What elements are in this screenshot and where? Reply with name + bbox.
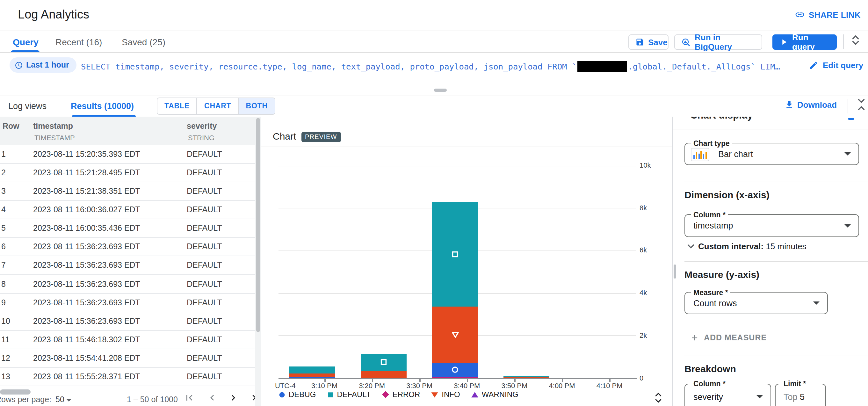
cell-severity: DEFAULT (187, 335, 222, 344)
table-row[interactable]: 32023-08-11 15:21:38.351 EDTDEFAULT (0, 182, 255, 201)
cell-timestamp: 2023-08-11 15:21:28.495 EDT (33, 168, 140, 177)
cell-timestamp: 2023-08-11 15:21:38.351 EDT (33, 187, 140, 196)
legend-item-info[interactable]: INFO (431, 390, 460, 399)
share-link-label: SHARE LINK (809, 10, 861, 20)
rows-per-page-label: Rows per page: (0, 395, 51, 404)
last-page-icon[interactable] (250, 392, 255, 403)
table-row[interactable]: 12023-08-11 15:20:35.393 EDTDEFAULT (0, 145, 255, 163)
tab-recent[interactable]: Recent (16) (56, 37, 102, 47)
column-header-severity[interactable]: severity (187, 121, 217, 130)
chart-scroll-control[interactable] (654, 391, 662, 404)
download-icon (784, 100, 794, 110)
dropdown-caret-icon (844, 224, 851, 227)
table-row[interactable]: 42023-08-11 16:00:36.027 EDTDEFAULT (0, 201, 255, 219)
table-row[interactable]: 82023-08-11 15:36:23.693 EDTDEFAULT (0, 275, 255, 293)
chart-display-panel: Chart display Chart type Bar chart Dimen… (672, 116, 868, 406)
table-row[interactable]: 92023-08-11 15:36:23.693 EDTDEFAULT (0, 293, 255, 312)
breakdown-limit-input[interactable]: Limit * Top 5 (775, 383, 826, 406)
download-button[interactable]: Download (784, 100, 837, 110)
page-range-label: 1 – 50 of 1000 (127, 395, 178, 404)
table-vertical-scrollbar[interactable] (255, 116, 261, 406)
breakdown-heading: Breakdown (684, 363, 736, 374)
cell-severity: DEFAULT (187, 280, 222, 288)
results-collapse-control[interactable] (857, 98, 865, 111)
panel-header-icon-fragment (848, 118, 854, 120)
view-toggle-both[interactable]: BOTH (238, 98, 274, 114)
cell-severity: DEFAULT (187, 224, 222, 232)
table-footer: Rows per page: 50 1 – 50 of 1000 (0, 386, 255, 406)
legend-item-debug[interactable]: DEBUG (279, 390, 316, 399)
previous-page-icon[interactable] (207, 392, 218, 403)
diamond-icon (382, 391, 390, 398)
share-link-button[interactable]: SHARE LINK (795, 9, 861, 20)
dimension-column-select[interactable]: Column * timestamp (684, 214, 859, 237)
tab-query[interactable]: Query (13, 37, 38, 47)
table-row[interactable]: 62023-08-11 15:36:23.693 EDTDEFAULT (0, 238, 255, 256)
legend-item-warning[interactable]: WARNING (471, 390, 519, 399)
view-toggle-table[interactable]: TABLE (157, 98, 196, 114)
query-section-resize-control[interactable] (851, 34, 860, 46)
table-row[interactable]: 102023-08-11 15:36:23.693 EDTDEFAULT (0, 312, 255, 331)
legend-item-error[interactable]: ERROR (382, 390, 420, 399)
run-query-button[interactable]: Run query (772, 34, 837, 50)
table-row[interactable]: 122023-08-11 15:54:41.208 EDTDEFAULT (0, 349, 255, 368)
chevron-up-icon (857, 104, 865, 111)
tab-results[interactable]: Results (10000) (71, 101, 134, 111)
tab-saved[interactable]: Saved (25) (122, 37, 165, 47)
breakdown-column-value: severity (693, 392, 723, 402)
resize-drag-handle[interactable] (434, 89, 447, 91)
breakdown-column-select[interactable]: Column * severity (684, 383, 771, 406)
row-number: 11 (1, 335, 9, 344)
cell-timestamp: 2023-08-11 15:36:23.693 EDT (33, 317, 140, 326)
bar-segment-error (432, 377, 478, 378)
sql-before: SELECT timestamp, severity, resource.typ… (81, 62, 577, 71)
column-header-timestamp[interactable]: timestamp (33, 121, 73, 130)
chevron-down-icon (687, 243, 694, 249)
row-number: 1 (1, 150, 6, 158)
scrollbar-thumb[interactable] (256, 118, 260, 332)
save-button[interactable]: Save (628, 34, 669, 50)
table-row[interactable]: 112023-08-11 15:46:18.302 EDTDEFAULT (0, 331, 255, 349)
sql-query-text[interactable]: SELECT timestamp, severity, resource.typ… (81, 61, 780, 72)
legend-item-default[interactable]: DEFAULT (327, 390, 371, 399)
first-page-icon[interactable] (184, 392, 195, 403)
chart-plot-area: UTC-4 02k4k6k8k10k3:10 PM3:20 PM3:30 PM3… (261, 146, 672, 391)
add-measure-button[interactable]: ADD MEASURE (690, 333, 767, 343)
run-in-bigquery-button[interactable]: Run in BigQuery (674, 34, 762, 50)
measure-select[interactable]: Measure * Count rows (684, 292, 828, 314)
rows-per-page-select[interactable]: 50 (56, 395, 64, 404)
table-row[interactable]: 132023-08-11 15:55:28.371 EDTDEFAULT (0, 368, 255, 386)
play-icon (779, 38, 788, 46)
bar-segment-debug (290, 377, 336, 378)
custom-interval-expander[interactable]: Custom interval: 15 minutes (687, 241, 806, 251)
chart-type-select[interactable]: Chart type Bar chart (684, 143, 859, 165)
toolbar-divider (847, 98, 848, 113)
table-row[interactable]: 52023-08-11 16:00:35.436 EDTDEFAULT (0, 219, 255, 238)
y-axis-label: 10k (640, 161, 651, 169)
dropdown-caret-icon[interactable] (66, 399, 71, 401)
x-axis-label: 4:10 PM (589, 381, 630, 389)
row-number: 13 (1, 373, 10, 381)
next-page-icon[interactable] (227, 392, 239, 403)
cell-timestamp: 2023-08-11 15:20:35.393 EDT (33, 150, 140, 158)
column-header-row[interactable]: Row (3, 121, 20, 130)
custom-interval-label: Custom interval: (698, 241, 764, 251)
link-icon (795, 9, 805, 20)
panel-scrollbar-thumb[interactable] (673, 264, 676, 278)
view-toggle-chart[interactable]: CHART (196, 98, 238, 114)
table-row[interactable]: 72023-08-11 15:36:23.693 EDTDEFAULT (0, 256, 255, 275)
preview-badge: PREVIEW (301, 132, 341, 142)
panel-title-clipped: Chart display (690, 116, 860, 121)
tab-log-views[interactable]: Log views (8, 101, 46, 111)
edit-query-button[interactable]: Edit query (809, 61, 863, 70)
bar-segment-default (503, 376, 549, 377)
time-range-chip[interactable]: Last 1 hour (9, 57, 77, 73)
cell-timestamp: 2023-08-11 16:00:35.436 EDT (33, 224, 140, 232)
row-number: 5 (1, 224, 6, 232)
chart-type-label: Chart type (691, 139, 732, 147)
horizontal-scrollbar-thumb[interactable] (0, 389, 31, 395)
gridline (279, 165, 636, 166)
dropdown-caret-icon (756, 395, 763, 398)
table-row[interactable]: 22023-08-11 15:21:28.495 EDTDEFAULT (0, 163, 255, 182)
y-axis-label: 2k (640, 332, 647, 339)
